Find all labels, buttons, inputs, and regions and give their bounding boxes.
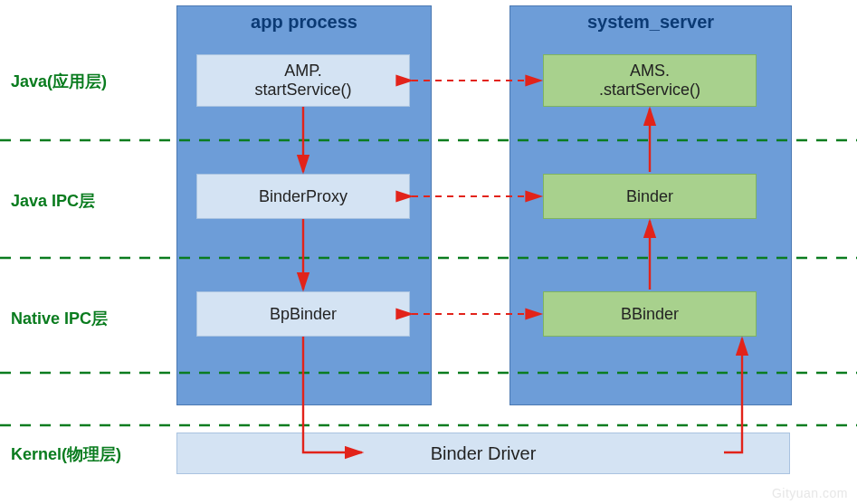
box-ams-startservice: AMS. .startService() bbox=[543, 54, 757, 107]
box-binder: Binder bbox=[543, 174, 757, 219]
box-ams-line1: AMS. bbox=[630, 62, 670, 80]
column-title-system-server: system_server bbox=[510, 6, 791, 33]
box-amp-line1: AMP. bbox=[284, 62, 322, 80]
box-amp-startservice: AMP. startService() bbox=[196, 54, 410, 107]
box-binderproxy: BinderProxy bbox=[196, 174, 410, 219]
layer-label-java-app: Java(应用层) bbox=[11, 71, 107, 92]
watermark: Gityuan.com bbox=[772, 486, 848, 500]
layer-label-native-ipc: Native IPC层 bbox=[11, 308, 108, 329]
box-amp-line2: startService() bbox=[254, 81, 351, 99]
layer-label-java-ipc: Java IPC层 bbox=[11, 190, 95, 212]
box-ams-line2: .startService() bbox=[599, 81, 700, 99]
box-binder-driver: Binder Driver bbox=[176, 433, 790, 474]
box-bpbinder: BpBinder bbox=[196, 291, 410, 337]
column-title-app-process: app process bbox=[177, 6, 431, 33]
box-bbinder: BBinder bbox=[543, 291, 757, 337]
layer-label-kernel: Kernel(物理层) bbox=[11, 443, 121, 465]
